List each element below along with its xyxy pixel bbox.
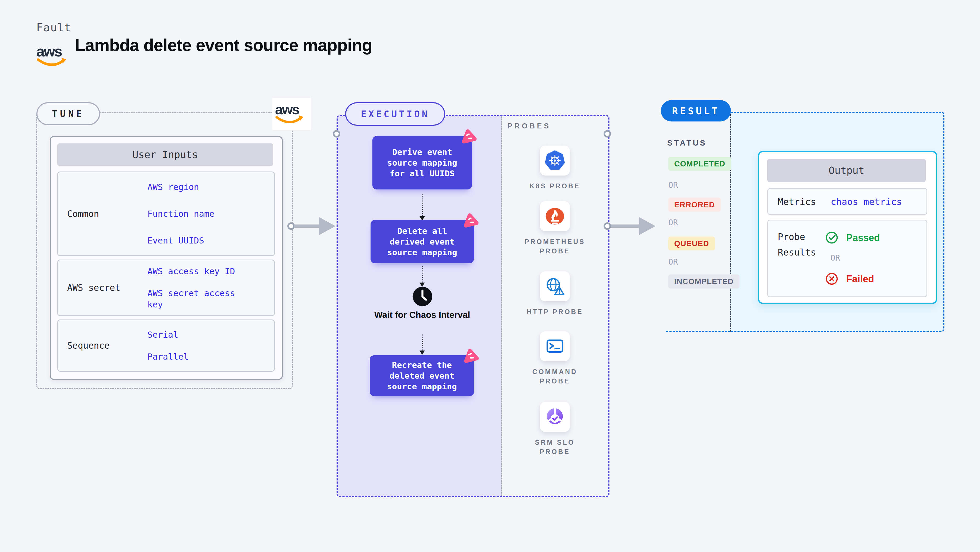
chaos-metrics-link[interactable]: chaos metrics <box>831 196 902 207</box>
row-label: AWS secret <box>58 283 147 293</box>
probe-label: HTTP PROBE <box>527 307 583 317</box>
execution-flow-panel: Derive event source mapping for all UUID… <box>337 116 502 496</box>
output-row-metrics: Metrics chaos metrics <box>767 188 927 215</box>
flow-arrow-line <box>422 334 423 350</box>
status-badge-errored: ERRORED <box>668 198 721 212</box>
connector-ring <box>333 130 340 138</box>
passed-label: Passed <box>846 232 880 243</box>
probe-results-label: Probe Results <box>778 229 821 260</box>
status-badge-completed: COMPLETED <box>668 157 731 171</box>
execution-section-box: Derive event source mapping for all UUID… <box>337 115 609 497</box>
row-label: Sequence <box>58 340 147 351</box>
input-link-parallel[interactable]: Parallel <box>147 351 244 362</box>
aws-wordmark: aws <box>275 102 299 117</box>
probes-title: PROBES <box>508 122 551 130</box>
connector-ring <box>604 222 611 230</box>
step-recreate-event-source-mapping: Recreate the deleted event source mappin… <box>370 355 474 396</box>
aws-smile-swoosh <box>38 60 64 65</box>
prometheus-icon <box>540 201 570 231</box>
input-link-event-uuids[interactable]: Event UUIDS <box>147 235 244 246</box>
user-inputs-card: User Inputs Common AWS region Function n… <box>50 136 283 380</box>
output-card: Output Metrics chaos metrics Probe Resul… <box>758 151 937 304</box>
input-link-aws-access-key-id[interactable]: AWS access key ID <box>147 266 240 277</box>
wait-for-chaos-interval-label: Wait for Chaos Interval <box>374 309 470 321</box>
step-delete-event-source-mapping: Delete all derived event source mapping <box>371 220 474 263</box>
probe-item-prometheus: PROMETHEUS PROBE <box>520 201 590 256</box>
flow-arrow-line <box>422 266 423 283</box>
fault-eyebrow: Fault <box>37 21 71 34</box>
output-row-probe-results: Probe Results Passed OR Failed <box>767 220 927 297</box>
input-link-serial[interactable]: Serial <box>147 329 244 340</box>
connector-ring <box>604 130 611 138</box>
probe-label: SRM SLO PROBE <box>520 438 590 457</box>
user-inputs-header: User Inputs <box>57 143 273 166</box>
aws-logo: aws <box>35 42 69 68</box>
arrow-shaft <box>611 224 639 228</box>
row-values: Serial Parallel <box>147 324 244 367</box>
arrow-head <box>639 217 655 235</box>
page-title: Lambda delete event source mapping <box>75 35 372 55</box>
metrics-label: Metrics <box>778 196 816 207</box>
kubernetes-icon <box>540 146 570 175</box>
status-title: STATUS <box>667 138 707 148</box>
probe-label: K8S PROBE <box>530 181 580 191</box>
arrow-shaft <box>294 224 319 228</box>
input-link-aws-secret-access-key[interactable]: AWS secret access key <box>147 288 240 310</box>
status-strip: STATUS COMPLETED OR ERRORED OR QUEUED OR… <box>666 112 730 332</box>
row-values: AWS region Function name Event UUIDS <box>147 173 244 254</box>
execution-pill: EXECUTION <box>345 102 445 126</box>
step-label: Recreate the deleted event source mappin… <box>377 360 467 392</box>
flow-arrow-head <box>420 350 425 355</box>
result-section-box: Output Metrics chaos metrics Probe Resul… <box>730 112 944 332</box>
tune-pill: TUNE <box>37 102 100 125</box>
fault-diagram-page: Fault aws Lambda delete event source map… <box>0 0 980 552</box>
probe-label: COMMAND PROBE <box>520 367 590 386</box>
row-label: Common <box>58 209 147 219</box>
or-label: OR <box>821 253 850 262</box>
probe-label: PROMETHEUS PROBE <box>520 237 590 256</box>
probe-item-srm-slo: SRM SLO PROBE <box>520 402 590 457</box>
output-header: Output <box>767 159 926 182</box>
step-derive-event-source-mapping: Derive event source mapping for all UUID… <box>372 136 472 189</box>
input-link-aws-region[interactable]: AWS region <box>147 181 244 192</box>
step-label: Delete all derived event source mapping <box>377 226 467 258</box>
terminal-icon <box>540 331 570 361</box>
table-row-sequence: Sequence Serial Parallel <box>57 320 275 372</box>
x-circle-icon <box>826 272 838 285</box>
input-link-function-name[interactable]: Function name <box>147 208 244 220</box>
or-label: OR <box>668 218 678 227</box>
status-badge-incompleted: INCOMPLETED <box>668 275 740 288</box>
status-badge-queued: QUEUED <box>668 237 715 250</box>
clock-icon <box>412 286 433 307</box>
row-values: AWS access key ID AWS secret access key <box>147 260 240 315</box>
connector-ring <box>287 222 295 230</box>
aws-smile-swoosh <box>277 117 301 122</box>
or-label: OR <box>668 257 678 267</box>
probe-item-http: HTTP PROBE <box>520 271 590 317</box>
flow-arrow-line <box>422 194 423 216</box>
http-globe-icon <box>540 271 570 301</box>
or-label: OR <box>668 180 678 190</box>
probe-item-k8s: K8S PROBE <box>520 146 590 191</box>
table-row-common: Common AWS region Function name Event UU… <box>57 172 275 256</box>
aws-wordmark: aws <box>37 43 62 60</box>
step-label: Derive event source mapping for all UUID… <box>379 146 465 179</box>
chaos-experiment-icon <box>460 128 477 145</box>
result-pill: RESULT <box>661 100 731 121</box>
srm-slo-icon <box>540 402 570 432</box>
failed-label: Failed <box>846 274 874 285</box>
arrow-head <box>319 217 336 235</box>
table-row-aws-secret: AWS secret AWS access key ID AWS secret … <box>57 259 275 316</box>
check-circle-icon <box>826 231 838 244</box>
probe-item-command: COMMAND PROBE <box>520 331 590 386</box>
aws-logo-small: aws <box>272 98 311 130</box>
